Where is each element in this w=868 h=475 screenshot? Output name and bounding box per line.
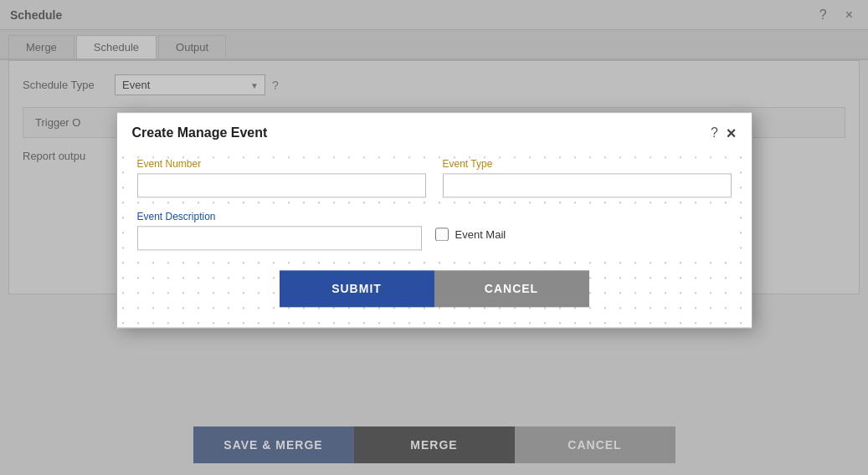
event-number-label: Event Number — [137, 158, 426, 170]
event-type-label: Event Type — [443, 158, 732, 170]
modal-close-button[interactable]: × — [727, 125, 737, 141]
modal-desc-row: Event Description Event Mail — [137, 211, 732, 250]
modal-header: Create Manage Event ? × — [117, 113, 752, 150]
modal-body: Event Number Event Type Event Descriptio… — [117, 150, 752, 327]
submit-button[interactable]: SUBMIT — [280, 270, 434, 307]
modal-title: Create Manage Event — [132, 125, 268, 140]
event-description-input[interactable] — [137, 226, 422, 250]
event-description-group: Event Description — [137, 211, 422, 250]
event-description-label: Event Description — [137, 211, 422, 222]
event-type-group: Event Type — [443, 158, 732, 197]
event-number-input[interactable] — [137, 173, 426, 197]
modal-top-fields: Event Number Event Type — [137, 158, 732, 197]
modal-buttons: SUBMIT CANCEL — [137, 270, 732, 307]
event-mail-label: Event Mail — [455, 228, 506, 241]
create-manage-event-dialog: Create Manage Event ? × Event Number Eve… — [116, 112, 752, 328]
event-mail-checkbox[interactable] — [435, 227, 449, 241]
modal-help-icon[interactable]: ? — [711, 125, 718, 140]
event-number-group: Event Number — [137, 158, 426, 197]
cancel-modal-button[interactable]: CANCEL — [434, 270, 589, 307]
event-type-input[interactable] — [443, 173, 732, 197]
modal-header-controls: ? × — [711, 125, 737, 141]
event-mail-group: Event Mail — [435, 211, 506, 241]
